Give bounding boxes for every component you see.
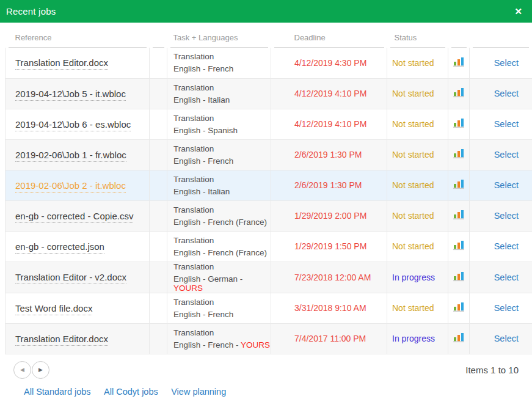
close-icon: ✕	[514, 6, 522, 16]
table-row[interactable]: en-gb - corrected - Copie.csv Translatio…	[5, 200, 532, 231]
languages-text: English - French -	[173, 340, 241, 350]
task-languages-cell: Translation English - Italian	[167, 78, 271, 109]
bar-chart-icon[interactable]	[453, 57, 465, 67]
select-job-link[interactable]: Select	[494, 241, 519, 251]
spacer-cell	[150, 262, 167, 293]
task-languages-cell: Translation English - German - YOURS	[167, 262, 271, 293]
select-job-link[interactable]: Select	[494, 334, 519, 343]
pagination: ◀ ▶	[13, 361, 519, 379]
reference-cell: 2019-04-12\Job 5 - it.wbloc	[5, 78, 150, 109]
table-row[interactable]: en-gb - corrected.json Translation Engli…	[5, 231, 532, 262]
select-cell: Select	[470, 323, 532, 354]
job-reference-link[interactable]: Test Word file.docx	[15, 303, 92, 315]
deadline-cell: 4/12/2019 4:10 PM	[271, 109, 387, 139]
bar-chart-icon[interactable]	[453, 179, 465, 189]
select-job-link[interactable]: Select	[494, 89, 519, 98]
next-page-button[interactable]: ▶	[32, 361, 49, 379]
task-languages-cell: Translation English - French	[167, 293, 271, 323]
task-type: Translation	[173, 114, 271, 123]
task-type: Translation	[173, 83, 271, 92]
column-header-reference: Reference	[5, 23, 150, 48]
deadline-cell: 3/31/2018 9:10 AM	[271, 293, 387, 323]
deadline-cell: 1/29/2019 2:00 PM	[271, 200, 387, 231]
table-row[interactable]: 2019-02-06\Job 2 - it.wbloc Translation …	[5, 170, 532, 200]
job-reference-link[interactable]: en-gb - corrected - Copie.csv	[15, 211, 133, 223]
view-planning-link[interactable]: View planning	[171, 387, 226, 397]
select-job-link[interactable]: Select	[494, 150, 519, 159]
reference-cell: 2019-04-12\Job 6 - es.wbloc	[5, 109, 150, 139]
task-languages-cell: Translation English - French	[167, 139, 271, 170]
column-header-select	[470, 23, 532, 48]
spacer-cell	[150, 109, 167, 139]
bar-chart-icon[interactable]	[453, 118, 465, 128]
deadline-cell: 7/4/2017 11:00 PM	[271, 323, 387, 354]
task-type: Translation	[173, 144, 271, 153]
table-row[interactable]: Translation Editor.docx Translation Engl…	[5, 48, 532, 78]
select-job-link[interactable]: Select	[494, 273, 519, 282]
column-header-task-languages: Task + Languages	[167, 23, 271, 48]
table-row[interactable]: Translation Editor.docx Translation Engl…	[5, 323, 532, 354]
table-row[interactable]: Test Word file.docx Translation English …	[5, 293, 532, 323]
status-cell: Not started	[387, 293, 448, 323]
all-standard-jobs-link[interactable]: All Standard jobs	[24, 387, 91, 397]
task-type: Translation	[173, 328, 271, 337]
table-row[interactable]: 2019-02-06\Job 1 - fr.wbloc Translation …	[5, 139, 532, 170]
dialog-title: Recent jobs	[6, 6, 56, 16]
bar-chart-icon[interactable]	[453, 302, 465, 312]
status-cell: Not started	[387, 48, 448, 78]
language-pair: English - German - YOURS	[173, 274, 271, 293]
footer-links: All Standard jobs All Codyt jobs View pl…	[24, 386, 519, 397]
table-row[interactable]: 2019-04-12\Job 5 - it.wbloc Translation …	[5, 78, 532, 109]
job-reference-link[interactable]: 2019-04-12\Job 5 - it.wbloc	[15, 89, 126, 101]
chart-cell	[448, 293, 470, 323]
bar-chart-icon[interactable]	[453, 240, 465, 251]
bar-chart-icon[interactable]	[453, 332, 465, 343]
task-languages-cell: Translation English - French - YOURS	[167, 323, 271, 354]
bar-chart-icon[interactable]	[453, 210, 465, 220]
spacer-cell	[150, 139, 167, 170]
bar-chart-icon[interactable]	[453, 271, 465, 282]
table-row[interactable]: 2019-04-12\Job 6 - es.wbloc Translation …	[5, 109, 532, 139]
status-cell: Not started	[387, 139, 448, 170]
language-pair: English - French	[173, 64, 271, 73]
select-job-link[interactable]: Select	[494, 211, 519, 221]
select-job-link[interactable]: Select	[494, 180, 519, 190]
select-job-link[interactable]: Select	[494, 303, 519, 313]
spacer-cell	[150, 323, 167, 354]
status-text: Not started	[392, 119, 434, 129]
chart-cell	[448, 200, 470, 231]
status-text: In progress	[392, 273, 435, 282]
task-languages-cell: Translation English - French (France)	[167, 231, 271, 262]
status-cell: In progress	[387, 323, 448, 354]
prev-page-button[interactable]: ◀	[13, 361, 31, 379]
status-text: Not started	[392, 150, 434, 159]
bar-chart-icon[interactable]	[453, 87, 465, 98]
job-reference-link[interactable]: 2019-04-12\Job 6 - es.wbloc	[15, 119, 131, 131]
all-codyt-jobs-link[interactable]: All Codyt jobs	[104, 387, 158, 397]
language-pair: English - French (France)	[173, 218, 271, 227]
select-job-link[interactable]: Select	[494, 58, 519, 68]
job-reference-link[interactable]: Translation Editor.docx	[15, 334, 108, 346]
yours-flag: YOURS	[241, 340, 270, 350]
select-cell: Select	[470, 231, 532, 262]
recent-jobs-table: Reference Task + Languages Deadline Stat…	[5, 23, 532, 354]
bar-chart-icon[interactable]	[453, 148, 465, 159]
select-cell: Select	[470, 200, 532, 231]
job-reference-link[interactable]: Translation Editor.docx	[15, 57, 108, 70]
select-cell: Select	[470, 293, 532, 323]
task-type: Translation	[173, 52, 271, 61]
job-reference-link[interactable]: 2019-02-06\Job 1 - fr.wbloc	[15, 150, 126, 162]
deadline-text: 2/6/2019 1:30 PM	[294, 180, 362, 190]
select-cell: Select	[470, 170, 532, 200]
select-job-link[interactable]: Select	[494, 119, 519, 129]
close-button[interactable]: ✕	[513, 5, 523, 17]
job-reference-link[interactable]: en-gb - corrected.json	[15, 241, 104, 254]
table-row[interactable]: Translation Editor - v2.docx Translation…	[5, 262, 532, 293]
left-arrow-icon: ◀	[20, 367, 24, 373]
spacer-cell	[150, 200, 167, 231]
job-reference-link[interactable]: Translation Editor - v2.docx	[15, 272, 126, 284]
column-header-chart	[448, 23, 470, 48]
deadline-text: 1/29/2019 2:00 PM	[294, 211, 366, 221]
job-reference-link[interactable]: 2019-02-06\Job 2 - it.wbloc	[15, 180, 126, 192]
task-type: Translation	[173, 236, 271, 245]
